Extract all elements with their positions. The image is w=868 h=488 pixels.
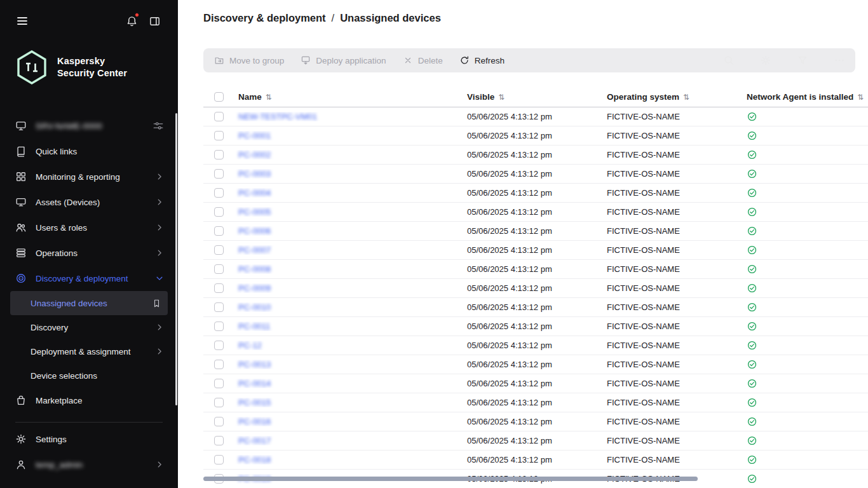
row-checkbox[interactable]	[214, 264, 224, 274]
visible-cell: 05/06/2025 4:13:12 pm	[456, 417, 596, 426]
row-checkbox[interactable]	[214, 112, 224, 121]
agent-installed-check-icon	[747, 435, 757, 446]
row-checkbox[interactable]	[214, 131, 224, 140]
sidebar-item-admin-server[interactable]: SRV-NAME-0000	[0, 113, 178, 139]
server-properties-icon[interactable]	[153, 120, 164, 132]
more-options-icon[interactable]	[833, 55, 845, 67]
select-all-checkbox[interactable]	[214, 92, 224, 102]
device-name-link[interactable]: PC-12	[238, 341, 262, 350]
device-name-link[interactable]: PC-0006	[238, 226, 271, 236]
sidebar-item-settings[interactable]: Settings	[0, 426, 178, 452]
search-icon[interactable]	[722, 55, 735, 67]
sort-icon[interactable]: ⇅	[266, 93, 272, 102]
sidebar-item-user-account[interactable]: temp_admin	[0, 452, 178, 477]
device-name-link[interactable]: PC-0014	[238, 379, 271, 388]
sidebar-item-users-roles[interactable]: Users & roles	[0, 215, 178, 240]
breadcrumb: Discovery & deployment / Unassigned devi…	[178, 0, 868, 36]
bookmark-icon[interactable]	[152, 299, 161, 308]
row-checkbox[interactable]	[214, 455, 224, 464]
visible-cell: 05/06/2025 4:13:12 pm	[456, 131, 596, 140]
sidebar-item-device-selections[interactable]: Device selections	[0, 363, 178, 388]
sort-icon[interactable]: ⇅	[498, 93, 505, 102]
column-header-operating-system[interactable]: Operating system⇅	[596, 92, 736, 102]
column-header-visible[interactable]: Visible⇅	[456, 92, 596, 102]
row-checkbox[interactable]	[214, 436, 224, 445]
hamburger-menu-icon[interactable]	[15, 14, 29, 28]
row-checkbox[interactable]	[214, 302, 224, 312]
device-name-link[interactable]: PC-0017	[238, 436, 271, 445]
device-name-link[interactable]: PC-0001	[238, 131, 271, 140]
sidebar-item-marketplace[interactable]: Marketplace	[0, 388, 178, 413]
settings-gear-icon	[15, 433, 27, 445]
sidebar-item-discovery-deployment[interactable]: Discovery & deployment	[0, 266, 178, 291]
move-to-group-button[interactable]: Move to group	[206, 48, 292, 72]
device-name-link[interactable]: PC-0007	[238, 245, 271, 255]
delete-button[interactable]: Delete	[395, 48, 451, 72]
sort-icon[interactable]: ⇅	[683, 93, 689, 102]
device-name-link[interactable]: PC-0008	[238, 264, 271, 274]
device-name-link[interactable]: PC-0013	[238, 360, 271, 369]
sidebar-item-monitoring-reporting[interactable]: Monitoring & reporting	[0, 164, 178, 189]
sidebar-scrollbar[interactable]	[175, 113, 177, 405]
row-checkbox[interactable]	[214, 341, 224, 350]
sidebar-item-quick-links[interactable]: Quick links	[0, 139, 178, 164]
agent-installed-check-icon	[747, 149, 757, 160]
row-checkbox[interactable]	[214, 188, 224, 198]
row-checkbox[interactable]	[214, 150, 224, 159]
os-cell: FICTIVE-OS-NAME	[596, 379, 736, 388]
device-name-link[interactable]: PC-0005	[238, 207, 271, 217]
row-checkbox[interactable]	[214, 245, 224, 255]
sidebar-item-assets-devices[interactable]: Assets (Devices)	[0, 189, 178, 215]
row-checkbox[interactable]	[214, 322, 224, 331]
deploy-application-button[interactable]: Deploy application	[292, 48, 394, 72]
visible-cell: 05/06/2025 4:13:12 pm	[456, 322, 596, 331]
table-row: PC-0017 05/06/2025 4:13:12 pm FICTIVE-OS…	[203, 431, 868, 451]
row-checkbox[interactable]	[214, 398, 224, 407]
sort-icon[interactable]: ⇅	[857, 93, 864, 102]
notifications-bell-icon[interactable]	[125, 14, 139, 28]
sidebar-item-operations[interactable]: Operations	[0, 240, 178, 266]
row-checkbox[interactable]	[214, 207, 224, 217]
device-name-link[interactable]: PC-0018	[238, 455, 271, 464]
sidebar-item-unassigned-devices[interactable]: Unassigned devices	[10, 291, 168, 315]
agent-installed-check-icon	[747, 454, 757, 465]
agent-installed-check-icon	[747, 340, 757, 351]
table-row: PC-0013 05/06/2025 4:13:12 pm FICTIVE-OS…	[203, 355, 868, 374]
os-cell: FICTIVE-OS-NAME	[596, 131, 736, 140]
column-header-network-agent[interactable]: Network Agent is installed⇅	[736, 92, 868, 102]
device-name-link[interactable]: NEW-TESTPC-VM01	[238, 112, 317, 121]
device-name-link[interactable]: PC-0011	[238, 322, 270, 331]
column-header-name[interactable]: Name⇅	[227, 92, 456, 102]
visible-cell: 05/06/2025 4:13:12 pm	[456, 455, 596, 464]
os-cell: FICTIVE-OS-NAME	[596, 207, 736, 217]
table-row: PC-0008 05/06/2025 4:13:12 pm FICTIVE-OS…	[203, 260, 868, 279]
row-checkbox[interactable]	[214, 283, 224, 293]
chevron-right-icon	[155, 248, 164, 257]
table-row: PC-0007 05/06/2025 4:13:12 pm FICTIVE-OS…	[203, 241, 868, 260]
device-name-link[interactable]: PC-0015	[238, 398, 271, 407]
device-name-link[interactable]: PC-0004	[238, 188, 271, 198]
sidebar: Kaspersky Security Center SRV-NAME-0000 …	[0, 0, 178, 488]
horizontal-scrollbar-thumb[interactable]	[203, 477, 698, 481]
filter-icon[interactable]	[796, 55, 808, 67]
agent-installed-check-icon	[747, 130, 757, 141]
side-panel-icon[interactable]	[147, 14, 161, 28]
device-name-link[interactable]: PC-0010	[238, 302, 271, 312]
row-checkbox[interactable]	[214, 379, 224, 388]
device-name-link[interactable]: PC-0002	[238, 150, 271, 159]
sidebar-item-discovery[interactable]: Discovery	[0, 315, 178, 339]
row-checkbox[interactable]	[214, 360, 224, 369]
chevron-right-icon	[155, 223, 164, 232]
row-checkbox[interactable]	[214, 226, 224, 236]
row-checkbox[interactable]	[214, 169, 224, 179]
device-name-link[interactable]: PC-0003	[238, 169, 271, 179]
breadcrumb-root[interactable]: Discovery & deployment	[203, 12, 326, 24]
device-name-link[interactable]: PC-0009	[238, 283, 271, 293]
kaspersky-hexagon-logo-icon	[15, 50, 48, 85]
table-settings-gear-icon[interactable]	[759, 55, 771, 67]
table-row: PC-0009 05/06/2025 4:13:12 pm FICTIVE-OS…	[203, 279, 868, 298]
sidebar-item-deployment-assignment[interactable]: Deployment & assignment	[0, 339, 178, 363]
device-name-link[interactable]: PC-0016	[238, 417, 271, 426]
refresh-button[interactable]: Refresh	[451, 48, 513, 72]
row-checkbox[interactable]	[214, 417, 224, 426]
